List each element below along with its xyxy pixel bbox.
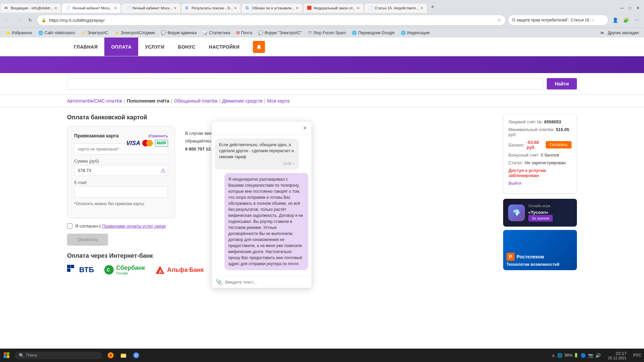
bonus-row: Бонусный счет: 0 баллов <box>508 153 572 158</box>
profile-icon[interactable]: 👤 <box>610 15 620 25</box>
nav-nastrojki[interactable]: НАСТРОЙКИ <box>202 38 246 56</box>
tray-icon-cam[interactable]: 📷 <box>588 353 593 358</box>
browser-tab-6[interactable]: 🅰 Федеральный закон от... × <box>303 3 364 13</box>
bookmark-stop-forum-spam[interactable]: 🛡 Stop Forum Spam <box>305 30 348 36</box>
sub-navigation: Автоплатёж/СМС-платёж | Пополнение счёта… <box>0 95 644 107</box>
taskbar-browser-icon[interactable] <box>130 349 142 361</box>
tray-network-icon[interactable]: 🌐 <box>557 353 562 358</box>
card-label: Привязанная карта <box>74 133 119 138</box>
file-explorer-icon <box>120 352 127 359</box>
logout-row: Выйти <box>508 181 572 186</box>
tab-close-6[interactable]: × <box>357 5 360 11</box>
tab-favicon-5: G <box>246 6 250 10</box>
bluetooth-icon[interactable]: 🔵 <box>581 353 586 358</box>
browser-tab-5[interactable]: G Обязан ли я устанавли... × <box>241 3 303 13</box>
change-card-link[interactable]: Изменить <box>148 133 168 138</box>
close-window-button[interactable]: ✕ <box>635 5 641 11</box>
chat-attach-icon[interactable]: 📎 <box>216 279 222 285</box>
tab-close-7[interactable]: × <box>420 5 423 11</box>
taskbar-search-text: Поиск <box>26 353 37 358</box>
mastercard-logo <box>142 140 153 147</box>
tab-close-1[interactable]: × <box>54 5 57 11</box>
bookmark-label: Статистика <box>209 31 230 35</box>
browser-tab-2[interactable]: 📄 Личный кабинет Моск... × <box>61 3 121 13</box>
email-input[interactable] <box>74 186 168 197</box>
bookmark-elektroac-admin[interactable]: ⚡ ЭлектроАС/Админ <box>112 30 158 36</box>
maximize-button[interactable]: □ <box>627 5 633 11</box>
taskbar-search[interactable]: 🔍 Поиск <box>15 352 102 359</box>
pay-button[interactable]: Оплатить <box>67 234 108 246</box>
address-bar[interactable]: 🔒 https://my.rt.ru/billing/prepay/ ☆ <box>37 15 506 25</box>
new-tab-button[interactable]: + <box>427 2 438 13</box>
tab-favicon-4: G <box>185 6 190 10</box>
bookmark-forum-admin[interactable]: 💬 Форум админка <box>158 30 199 36</box>
sidebar-search-bar[interactable]: О защите прав потребителей". Статья 16 → <box>508 15 608 25</box>
search-input[interactable] <box>67 78 543 89</box>
sub-nav-dvizhenie[interactable]: Движение средств <box>222 98 262 104</box>
email-label: E-mail <box>74 180 168 185</box>
bookmark-forum-elektroac[interactable]: 💬 Форум "ЭлектроАС" <box>256 30 305 36</box>
language-indicator[interactable]: РУС <box>631 353 644 358</box>
tab-close-2[interactable]: × <box>114 5 117 11</box>
tab-close-3[interactable]: × <box>174 5 176 11</box>
nav-uslugi[interactable]: УСЛУГИ <box>138 38 171 56</box>
taskbar-firefox-icon[interactable] <box>105 349 117 361</box>
taskbar-explorer-icon[interactable] <box>117 349 129 361</box>
min-payment-row: Минимальный платёж: 515.05 руб. <box>508 127 572 137</box>
tycoon-ad[interactable]: 💎 Онлайн-игра «Tycoon» За призом <box>503 199 577 227</box>
browser-tab-7[interactable]: 📄 Статья 16. Недействите... × <box>364 3 427 13</box>
rostelecom-ad[interactable]: Р Ростелеком Технологии возможностей <box>503 230 577 270</box>
min-payment-value: 515.05 <box>556 127 569 132</box>
browser-tab-1[interactable]: ✉ Входящие - info@elektr... × <box>0 3 61 13</box>
browser-tab-3[interactable]: 📄 Личный кабинет Моск... × <box>121 3 181 13</box>
bookmarks-more-button[interactable]: ≫ <box>600 31 604 35</box>
chat-messages[interactable]: Если действительно, обещали одно, а сдел… <box>212 135 312 276</box>
nav-oplata[interactable]: ОПЛАТА <box>104 38 138 56</box>
tray-up-icon[interactable]: ∧ <box>552 353 555 358</box>
svg-text:А: А <box>159 269 162 274</box>
alfa-logo-area: А Альфа·Банк <box>155 265 204 275</box>
terms-checkbox[interactable] <box>67 223 72 229</box>
amount-warning-icon: ⚠ <box>161 167 165 174</box>
reload-button[interactable]: ↻ <box>25 15 35 25</box>
back-button[interactable]: ← <box>3 15 12 25</box>
bookmark-sajt[interactable]: 🌐 Сайт elektroasru <box>36 30 77 36</box>
minimize-button[interactable]: — <box>619 5 625 11</box>
sub-nav-avtoplat[interactable]: Автоплатёж/СМС-платёж <box>67 98 122 104</box>
bookmark-other[interactable]: Другие закладки <box>605 30 641 36</box>
chat-close-button[interactable]: × <box>301 124 309 132</box>
notifications-bell[interactable] <box>253 41 265 53</box>
start-button[interactable] <box>0 349 13 362</box>
bookmark-pochta[interactable]: M Почта <box>233 30 255 36</box>
terms-link[interactable]: Правилами оплаты услуг связи <box>102 224 166 229</box>
bookmark-label: Сайт elektroasru <box>45 31 75 35</box>
bookmark-star-icon[interactable]: ☆ <box>497 17 501 23</box>
browser-tab-4[interactable]: G Результаты поиска - Э... × <box>181 3 241 13</box>
sub-nav-popolnenie[interactable]: Пополнение счёта <box>127 98 169 104</box>
tycoon-cta-button[interactable]: За призом <box>528 215 553 222</box>
chat-message-operator-text: Если действительно, обещали одно, а сдел… <box>219 142 294 159</box>
nav-glavnaya[interactable]: ГЛАВНАЯ <box>67 38 104 56</box>
tab-close-4[interactable]: × <box>234 5 237 11</box>
nav-bonus[interactable]: БОНУС <box>171 38 202 56</box>
sub-nav-obeshanniy[interactable]: Обещанный платёж <box>174 98 218 104</box>
logout-link[interactable]: Выйти <box>508 181 522 186</box>
extensions-icon[interactable]: 🧩 <box>621 15 631 25</box>
pay-now-button[interactable]: Оплатить <box>546 141 572 148</box>
sub-nav-moya-karta[interactable]: Моя карта <box>267 98 289 104</box>
balance-value: -63.68 руб. <box>527 140 544 150</box>
amount-input[interactable] <box>74 165 168 176</box>
account-number-value: 6558053 <box>544 119 561 124</box>
bookmark-statistika[interactable]: 📊 Статистика <box>200 30 233 36</box>
settings-icon[interactable]: ⋯ <box>632 15 641 25</box>
svg-rect-0 <box>67 265 70 268</box>
bookmark-indeksaciya[interactable]: 🌐 Индексация <box>398 30 432 36</box>
tray-icon-speaker[interactable]: 🔊 <box>595 353 601 358</box>
bookmark-perevodchik[interactable]: 🌐 Переводчик Google <box>349 30 397 36</box>
forward-button[interactable]: → <box>14 15 23 25</box>
tab-close-5[interactable]: × <box>296 5 299 11</box>
bookmark-elektroac[interactable]: ⚡ ЭлектроАС <box>78 30 111 36</box>
chat-text-input[interactable] <box>225 280 308 285</box>
search-button[interactable]: Найти <box>547 78 577 89</box>
bookmark-izbrannoye[interactable]: ⭐ Избранное <box>3 30 35 36</box>
